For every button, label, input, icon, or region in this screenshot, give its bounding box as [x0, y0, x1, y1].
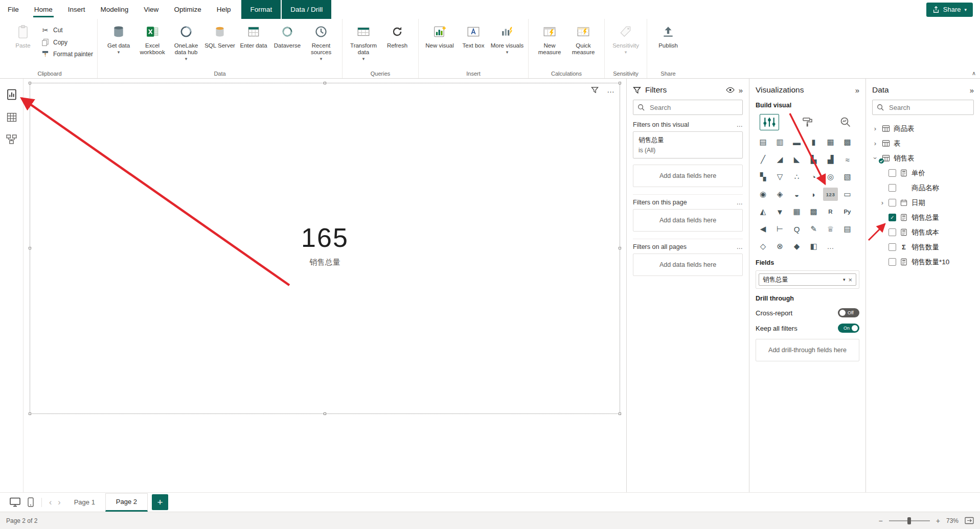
visual-type-icon[interactable]: ▙: [806, 153, 821, 166]
publish-button[interactable]: Publish: [651, 21, 685, 49]
tab-data-drill[interactable]: Data / Drill: [282, 0, 331, 19]
visual-type-icon[interactable]: ✎: [806, 222, 821, 236]
add-data-fields-dropzone[interactable]: Add data fields here: [633, 165, 743, 187]
field-row[interactable]: 销售成本: [872, 225, 974, 240]
cut-button[interactable]: ✂ Cut: [41, 26, 93, 34]
visual-type-icon[interactable]: ▼: [772, 205, 787, 218]
visual-type-icon[interactable]: ▦: [789, 205, 804, 218]
menu-tab[interactable]: Help: [209, 0, 239, 19]
zoom-slider[interactable]: [889, 520, 930, 521]
zoom-in-button[interactable]: +: [936, 517, 940, 525]
field-checkbox[interactable]: [888, 199, 896, 206]
visual-type-icon[interactable]: ◀: [756, 222, 770, 236]
page-tab[interactable]: Page 1: [64, 493, 105, 512]
resize-handle[interactable]: [324, 82, 326, 84]
visual-type-icon[interactable]: ⊗: [772, 240, 787, 253]
filter-card[interactable]: 销售总量 is (All): [633, 131, 743, 158]
collapse-pane-icon[interactable]: »: [970, 86, 974, 95]
table-row[interactable]: › 表: [872, 136, 974, 151]
collapse-ribbon-icon[interactable]: ∧: [972, 70, 976, 77]
report-page[interactable]: … 165 销售总量: [30, 83, 620, 414]
field-row[interactable]: 商品名称: [872, 180, 974, 195]
visual-type-icon[interactable]: ▥: [772, 135, 787, 149]
visual-type-icon[interactable]: ∴: [789, 170, 804, 183]
visual-type-icon[interactable]: ◗: [806, 188, 821, 201]
resize-handle[interactable]: [29, 412, 31, 415]
visual-type-icon[interactable]: ◇: [756, 240, 770, 253]
visual-type-icon[interactable]: ▧: [840, 170, 855, 183]
chevron-right-icon[interactable]: ›: [872, 140, 878, 147]
chevron-right-icon[interactable]: ›: [879, 199, 885, 206]
visual-type-icon[interactable]: ◎: [823, 170, 838, 183]
eye-icon[interactable]: [726, 87, 735, 93]
visual-type-icon[interactable]: ◔: [806, 170, 821, 183]
paste-button[interactable]: Paste: [6, 21, 40, 49]
menu-tab[interactable]: Insert: [60, 0, 93, 19]
visual-type-icon[interactable]: ▩: [806, 205, 821, 218]
field-checkbox[interactable]: [888, 169, 896, 177]
resize-handle[interactable]: [619, 247, 621, 249]
onelake-data-hub-button[interactable]: OneLake data hub ▾: [169, 21, 203, 62]
new-visual-button[interactable]: New visual: [423, 21, 457, 49]
menu-tab[interactable]: Home: [27, 0, 60, 19]
visual-type-icon[interactable]: R: [823, 205, 838, 218]
report-view-button[interactable]: [7, 89, 17, 100]
report-canvas[interactable]: … 165 销售总量: [24, 79, 626, 492]
table-view-button[interactable]: [7, 112, 17, 122]
model-view-button[interactable]: [6, 134, 17, 144]
new-measure-button[interactable]: New measure: [533, 21, 566, 56]
add-data-fields-dropzone[interactable]: Add data fields here: [633, 209, 743, 232]
field-checkbox-checked[interactable]: ✓: [888, 214, 896, 221]
visual-type-icon[interactable]: ◈: [772, 188, 787, 201]
field-row[interactable]: ✓ 销售总量: [872, 210, 974, 225]
page-nav-left-icon[interactable]: ‹: [49, 498, 52, 507]
sensitivity-button[interactable]: Sensitivity ▾: [609, 21, 643, 56]
copy-button[interactable]: Copy: [41, 38, 93, 46]
chevron-right-icon[interactable]: ›: [872, 125, 878, 132]
fit-to-page-icon[interactable]: [965, 517, 974, 524]
visual-type-icon[interactable]: ▩: [840, 135, 855, 149]
field-row[interactable]: 销售数量*10: [872, 255, 974, 269]
add-page-button[interactable]: +: [152, 494, 168, 510]
visual-type-icon[interactable]: ▤: [840, 222, 855, 236]
field-pill[interactable]: 销售总量 ▾ ×: [759, 273, 856, 286]
section-more-icon[interactable]: …: [737, 121, 743, 128]
get-data-button[interactable]: Get data ▾: [102, 21, 135, 56]
visual-type-icon[interactable]: ◭: [756, 205, 770, 218]
build-visual-tab[interactable]: [760, 114, 779, 130]
chevron-expanded-icon[interactable]: ›: [872, 155, 879, 162]
resize-handle[interactable]: [29, 247, 31, 249]
resize-handle[interactable]: [324, 412, 326, 415]
sql-server-button[interactable]: SQL Server: [203, 21, 237, 49]
table-row[interactable]: › 销售表: [872, 151, 974, 166]
section-more-icon[interactable]: …: [737, 199, 743, 206]
visual-type-icon[interactable]: ◉: [756, 188, 770, 201]
mobile-view-icon[interactable]: [28, 497, 34, 507]
visual-type-icon[interactable]: ◢: [772, 153, 787, 166]
menu-tab[interactable]: View: [136, 0, 166, 19]
chevron-down-icon[interactable]: ▾: [843, 277, 846, 282]
field-checkbox[interactable]: [888, 228, 896, 236]
fields-well[interactable]: 销售总量 ▾ ×: [756, 270, 859, 289]
visual-type-icon[interactable]: ▚: [756, 170, 770, 183]
visual-type-icon[interactable]: Py: [840, 205, 855, 218]
more-visuals-button[interactable]: More visuals ▾: [490, 21, 524, 56]
visual-type-icon[interactable]: ▟: [823, 153, 838, 166]
field-checkbox[interactable]: [888, 184, 896, 192]
cross-report-toggle[interactable]: Off: [838, 308, 859, 317]
field-checkbox[interactable]: [888, 243, 896, 251]
visual-type-icon[interactable]: ▦: [823, 135, 838, 149]
text-box-button[interactable]: Text box: [457, 21, 490, 49]
visual-type-icon[interactable]: Q: [789, 222, 804, 236]
visual-type-icon[interactable]: ♕: [823, 222, 838, 236]
data-search-input[interactable]: [888, 103, 969, 112]
tab-format[interactable]: Format: [241, 0, 281, 19]
refresh-button[interactable]: Refresh: [380, 21, 414, 49]
visual-type-icon[interactable]: ◧: [806, 240, 821, 253]
add-drill-through-dropzone[interactable]: Add drill-through fields here: [756, 339, 859, 361]
visual-type-icon[interactable]: ▭: [840, 188, 855, 201]
visual-type-icon[interactable]: ▬: [789, 135, 804, 149]
page-tab-selected[interactable]: Page 2: [105, 493, 148, 512]
format-visual-tab[interactable]: [798, 114, 817, 130]
dataverse-button[interactable]: Dataverse: [270, 21, 304, 49]
